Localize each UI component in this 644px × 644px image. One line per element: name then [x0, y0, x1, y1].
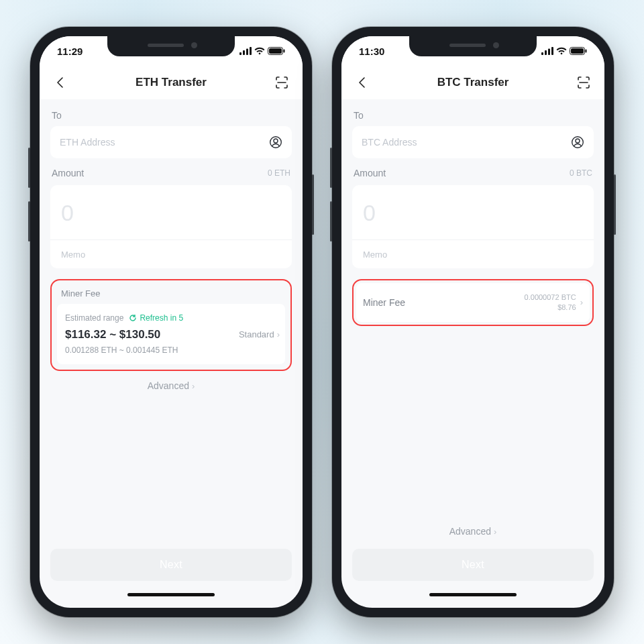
miner-fee-header: Miner Fee — [57, 286, 285, 304]
screen-btc: 11:30 BTC Transfer — [341, 36, 604, 608]
advanced-toggle[interactable]: Advanced › — [50, 380, 292, 391]
fee-mode-label: Standard — [239, 329, 274, 339]
wifi-icon — [556, 47, 567, 55]
chevron-right-icon: › — [277, 329, 280, 339]
phone-mockup-btc: 11:30 BTC Transfer — [332, 27, 614, 617]
wifi-icon — [254, 47, 265, 55]
fee-mode-selector[interactable]: Standard › — [239, 329, 280, 339]
fee-eth-range: 0.001288 ETH ~ 0.001445 ETH — [65, 345, 277, 355]
svg-point-8 — [274, 139, 278, 143]
refresh-countdown: Refresh in 5 — [129, 313, 183, 323]
svg-point-17 — [576, 139, 580, 143]
content-area: To ETH Address Amount 0 ETH 0 Memo Miner… — [40, 99, 303, 593]
amount-input[interactable]: 0 — [352, 185, 594, 239]
miner-fee-highlight: Miner Fee 0.0000072 BTC $8.76 › — [352, 279, 594, 326]
chevron-right-icon: › — [494, 527, 496, 537]
next-button-label: Next — [462, 559, 484, 571]
to-label: To — [354, 110, 364, 121]
nav-bar: ETH Transfer — [40, 66, 303, 99]
phone-mockup-eth: 11:29 ETH Transfer — [30, 27, 312, 617]
scan-icon — [577, 76, 590, 89]
to-label-row: To — [354, 110, 592, 121]
device-notch — [409, 36, 537, 56]
battery-icon — [268, 47, 285, 55]
svg-rect-2 — [246, 49, 248, 56]
device-notch — [107, 36, 235, 56]
fee-usd: $8.76 — [557, 303, 576, 313]
scan-button[interactable] — [273, 74, 290, 91]
svg-rect-1 — [243, 50, 245, 55]
scan-icon — [275, 76, 288, 89]
to-label-row: To — [52, 110, 290, 121]
next-button[interactable]: Next — [352, 549, 594, 581]
estimated-range-label: Estimated range — [65, 313, 123, 323]
status-indicators — [239, 47, 285, 55]
cellular-signal-icon — [541, 47, 553, 55]
home-indicator — [341, 593, 604, 608]
cellular-signal-icon — [239, 47, 252, 55]
status-indicators — [541, 47, 587, 55]
amount-label-row: Amount 0 BTC — [354, 168, 592, 178]
amount-label: Amount — [354, 168, 386, 178]
next-button-label: Next — [160, 559, 182, 571]
status-time: 11:29 — [57, 46, 83, 57]
chevron-right-icon: › — [192, 381, 195, 391]
nav-bar: BTC Transfer — [341, 66, 604, 99]
memo-placeholder: Memo — [61, 250, 85, 260]
amount-label: Amount — [52, 168, 84, 178]
back-button[interactable] — [354, 74, 371, 91]
user-circle-icon — [269, 136, 282, 149]
amount-input[interactable]: 0 — [50, 185, 292, 239]
scan-button[interactable] — [575, 74, 592, 91]
svg-rect-11 — [548, 49, 550, 56]
estimated-range-row: Estimated range Refresh in 5 — [65, 313, 277, 323]
chevron-right-icon: › — [580, 297, 583, 309]
status-time: 11:30 — [359, 46, 384, 57]
home-indicator — [40, 593, 303, 608]
memo-input[interactable]: Memo — [50, 239, 292, 268]
memo-input[interactable]: Memo — [352, 239, 594, 268]
amount-placeholder: 0 — [61, 200, 281, 226]
svg-rect-3 — [250, 47, 252, 55]
miner-fee-highlight: Miner Fee Estimated range Refresh in 5 $… — [50, 279, 292, 371]
to-label: To — [52, 110, 62, 121]
screen-eth: 11:29 ETH Transfer — [40, 36, 303, 608]
content-area: To BTC Address Amount 0 BTC 0 Memo Miner — [341, 99, 604, 593]
miner-fee-value: 0.0000072 BTC $8.76 › — [525, 292, 583, 313]
svg-rect-12 — [551, 47, 553, 55]
refresh-text: Refresh in 5 — [140, 313, 183, 323]
chevron-left-icon — [56, 76, 65, 89]
miner-fee-label: Miner Fee — [363, 297, 405, 308]
refresh-icon — [129, 314, 137, 322]
miner-fee-card[interactable]: Estimated range Refresh in 5 $116.32 ~ $… — [57, 304, 285, 364]
advanced-toggle[interactable]: Advanced › — [352, 526, 594, 537]
address-input[interactable]: ETH Address — [50, 126, 292, 158]
contacts-button[interactable] — [571, 136, 584, 149]
address-placeholder: BTC Address — [362, 137, 417, 148]
back-button[interactable] — [52, 74, 69, 91]
chevron-left-icon — [358, 76, 367, 89]
svg-rect-15 — [586, 50, 587, 53]
fee-btc: 0.0000072 BTC — [525, 292, 576, 303]
address-placeholder: ETH Address — [60, 137, 115, 148]
balance-label: 0 BTC — [570, 168, 592, 178]
balance-label: 0 ETH — [268, 168, 290, 178]
svg-rect-5 — [269, 48, 282, 54]
amount-placeholder: 0 — [363, 200, 583, 226]
advanced-label: Advanced — [449, 526, 491, 537]
next-button[interactable]: Next — [50, 549, 292, 581]
page-title: ETH Transfer — [136, 76, 207, 89]
advanced-label: Advanced — [148, 380, 189, 391]
svg-rect-10 — [545, 50, 547, 55]
memo-placeholder: Memo — [363, 250, 387, 260]
page-title: BTC Transfer — [437, 76, 509, 89]
amount-label-row: Amount 0 ETH — [52, 168, 290, 178]
svg-rect-6 — [284, 50, 285, 53]
user-circle-icon — [571, 136, 584, 149]
svg-rect-9 — [541, 52, 543, 55]
miner-fee-row[interactable]: Miner Fee 0.0000072 BTC $8.76 › — [356, 283, 590, 322]
svg-rect-14 — [571, 48, 584, 54]
address-input[interactable]: BTC Address — [352, 126, 594, 158]
contacts-button[interactable] — [269, 136, 282, 149]
battery-icon — [570, 47, 587, 55]
